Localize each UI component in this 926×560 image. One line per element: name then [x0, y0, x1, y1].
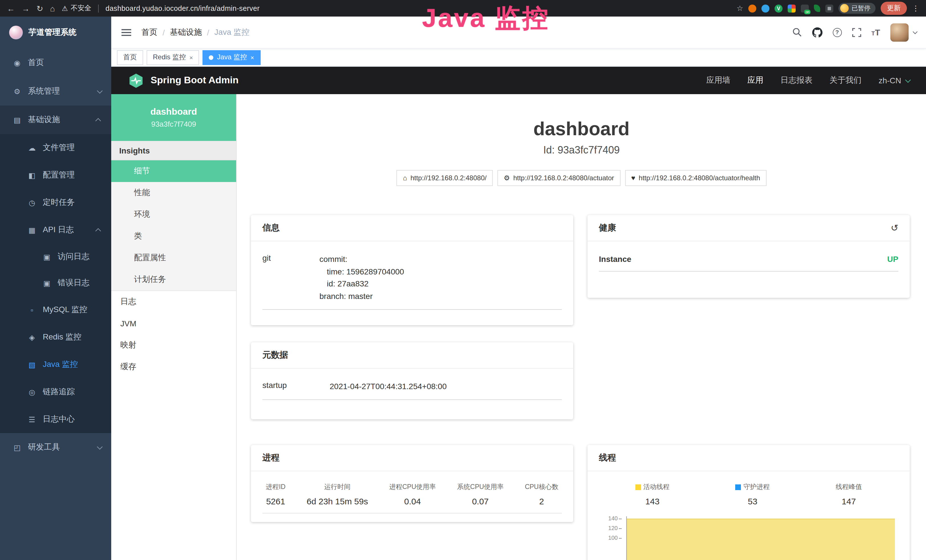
- close-icon[interactable]: ×: [250, 54, 254, 61]
- extension-icon[interactable]: [814, 5, 820, 12]
- stat-pid: 进程ID 5261: [266, 483, 286, 506]
- menu-item-metrics[interactable]: 性能: [111, 182, 236, 204]
- link-label: http://192.168.0.2:48080/: [410, 174, 487, 182]
- actuator-url-link[interactable]: ⚙ http://192.168.0.2:48080/actuator: [497, 170, 620, 186]
- search-icon[interactable]: [792, 27, 802, 37]
- profile-chip[interactable]: 已暂停: [838, 3, 876, 14]
- extension-icon[interactable]: [748, 4, 756, 12]
- process-stats: 进程ID 5261 运行时间 6d 23h 15m 59s 进程CPU使用率 0…: [262, 475, 562, 513]
- sidebar-item-system[interactable]: ⚙ 系统管理: [0, 77, 111, 106]
- breadcrumb-separator: /: [207, 28, 209, 37]
- sidebar-item-label: 文件管理: [43, 143, 111, 153]
- stat-system-cpu: 系统CPU使用率 0.07: [457, 483, 504, 506]
- sidebar-item-log-center[interactable]: ☰ 日志中心: [0, 406, 111, 433]
- update-button[interactable]: 更新: [881, 2, 907, 15]
- menu-item-scheduled-tasks[interactable]: 计划任务: [111, 269, 236, 291]
- menu-item-logs[interactable]: 日志: [111, 291, 236, 313]
- active-dot: [209, 55, 213, 60]
- threads-card-title: 线程: [587, 445, 910, 471]
- back-icon[interactable]: ←: [7, 4, 15, 12]
- extension-icon[interactable]: V: [775, 4, 782, 12]
- stat-label: 进程ID: [266, 483, 286, 491]
- user-menu[interactable]: [890, 23, 916, 41]
- tab-java-monitor[interactable]: Java 监控 ×: [203, 50, 260, 65]
- insights-items: 细节 性能 环境 类 配置属性 计划任务: [111, 160, 236, 291]
- address-bar[interactable]: dashboard.yudao.iocoder.cn/infra/admin-s…: [106, 4, 260, 12]
- instance-selector[interactable]: dashboard 93a3fc7f7409: [111, 94, 236, 141]
- help-icon[interactable]: ?: [832, 28, 841, 37]
- instance-id: 93a3fc7f7409: [151, 120, 196, 129]
- menu-item-caches[interactable]: 缓存: [111, 356, 236, 378]
- sidebar-item-dev-tools[interactable]: ◰ 研发工具: [0, 433, 111, 462]
- sidebar-item-api-log[interactable]: ▦ API 日志: [0, 216, 111, 244]
- info-value: commit: time: 1596289704000 id: 27aa832 …: [319, 253, 562, 303]
- reload-icon[interactable]: ↻: [36, 4, 43, 12]
- extension-icon[interactable]: on: [801, 4, 809, 12]
- menu-item-mappings[interactable]: 映射: [111, 334, 236, 356]
- sidebar-item-mysql[interactable]: ▫ MySQL 监控: [0, 296, 111, 324]
- tools-icon: ◰: [12, 443, 22, 452]
- sidebar-item-java[interactable]: ▧ Java 监控: [0, 351, 111, 378]
- nav-wallboard[interactable]: 应用墙: [707, 75, 730, 86]
- close-icon[interactable]: ×: [189, 54, 193, 61]
- app-title: 芋道管理系统: [29, 27, 76, 38]
- nav-journal[interactable]: 日志报表: [781, 75, 813, 86]
- history-icon[interactable]: ↺: [891, 222, 898, 233]
- bookmark-star-icon[interactable]: ☆: [737, 4, 743, 12]
- menu-item-details[interactable]: 细节: [111, 160, 236, 182]
- nav-applications[interactable]: 应用: [747, 75, 763, 86]
- tab-home[interactable]: 首页: [117, 50, 143, 65]
- git-id-line: id: 27aa832: [319, 278, 562, 291]
- font-size-icon[interactable]: TT: [871, 27, 880, 37]
- logo-image: [9, 26, 23, 39]
- sidebar-item-files[interactable]: ☁ 文件管理: [0, 134, 111, 162]
- locale-select[interactable]: zh-CN: [879, 76, 909, 85]
- sidebar-item-label: Java 监控: [43, 359, 111, 370]
- menu-item-environment[interactable]: 环境: [111, 204, 236, 226]
- github-icon[interactable]: [812, 27, 822, 37]
- metadata-card-title: 元数据: [251, 342, 573, 369]
- service-url-link[interactable]: ⌂ http://192.168.0.2:48080/: [397, 170, 493, 186]
- sidebar-item-redis[interactable]: ◈ Redis 监控: [0, 324, 111, 351]
- sidebar-item-access-log[interactable]: ▣ 访问日志: [0, 244, 111, 270]
- tags-view-bar: 首页 Redis 监控 × Java 监控 ×: [111, 48, 926, 67]
- stat-value: 5261: [266, 496, 286, 506]
- hamburger-icon[interactable]: [121, 29, 131, 36]
- sidebar-item-error-log[interactable]: ▣ 错误日志: [0, 270, 111, 296]
- wrench-icon: ⚙: [504, 174, 510, 182]
- menu-item-classes[interactable]: 类: [111, 226, 236, 247]
- info-git-row: git commit: time: 1596289704000 id: 27aa…: [262, 245, 562, 310]
- app-logo[interactable]: 芋道管理系统: [0, 17, 111, 48]
- menu-item-jvm[interactable]: JVM: [111, 313, 236, 334]
- sba-nav: 应用墙 应用 日志报表 关于我们 zh-CN: [707, 75, 909, 86]
- sidebar-item-trace[interactable]: ◎ 链路追踪: [0, 378, 111, 406]
- breadcrumb-infra[interactable]: 基础设施: [170, 27, 202, 37]
- stat-value: 0.04: [389, 496, 436, 506]
- redis-icon: ◈: [27, 333, 36, 342]
- nav-about[interactable]: 关于我们: [830, 75, 861, 86]
- sidebar-submenu: ☁ 文件管理 ◧ 配置管理 ◷ 定时任务 ▦ API 日志 ▣ 访问日志 ▣: [0, 134, 111, 433]
- stat-value: 0.07: [457, 496, 504, 506]
- browser-menu-icon[interactable]: ⋮: [912, 4, 920, 12]
- sidebar-item-home[interactable]: ◉ 首页: [0, 48, 111, 77]
- extension-icon[interactable]: [788, 4, 796, 12]
- sidebar-item-jobs[interactable]: ◷ 定时任务: [0, 189, 111, 216]
- doc-icon: ▣: [42, 253, 51, 261]
- menu-group-insights: Insights: [111, 141, 236, 160]
- forward-icon[interactable]: →: [22, 4, 30, 12]
- home-icon[interactable]: ⌂: [50, 4, 55, 12]
- sba-brand[interactable]: Spring Boot Admin: [128, 73, 239, 88]
- y-tick: 140: [599, 515, 622, 522]
- tab-redis-monitor[interactable]: Redis 监控 ×: [147, 50, 199, 65]
- extension-icon[interactable]: [761, 4, 769, 12]
- breadcrumb-home[interactable]: 首页: [141, 27, 157, 37]
- security-chip[interactable]: ⚠ 不安全: [62, 3, 91, 13]
- avatar: [890, 23, 909, 41]
- sidebar-item-config[interactable]: ◧ 配置管理: [0, 162, 111, 189]
- health-url-link[interactable]: ♥ http://192.168.0.2:48080/actuator/heal…: [625, 170, 766, 186]
- sidebar-item-infrastructure[interactable]: ▤ 基础设施: [0, 106, 111, 134]
- fullscreen-icon[interactable]: [852, 28, 861, 37]
- extensions-puzzle-icon[interactable]: [825, 4, 833, 12]
- info-card: 信息 git commit: time: 1596289704000 id: 2…: [251, 215, 573, 325]
- menu-item-config-props[interactable]: 配置属性: [111, 247, 236, 269]
